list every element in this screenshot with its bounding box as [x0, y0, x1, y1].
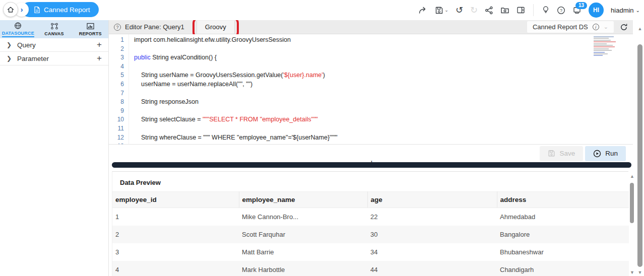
- topbar-divider: [533, 4, 534, 16]
- tab-datasource[interactable]: DATASOURCE: [0, 22, 36, 37]
- pane-help-icon[interactable]: ?: [114, 24, 121, 31]
- reports-icon: [86, 22, 95, 30]
- share-forward-icon: [418, 6, 428, 15]
- save-button-topbar[interactable]: ⌄: [435, 6, 448, 15]
- tab-canvas-label: CANVAS: [44, 31, 64, 36]
- preview-scrollbar[interactable]: ▲ ▼: [629, 174, 635, 275]
- canvas-icon: [50, 22, 59, 30]
- share-forward-button[interactable]: [418, 6, 428, 15]
- query-section-label: Query: [17, 41, 36, 49]
- splitter-grip-icon: +: [370, 160, 373, 165]
- table-cell: 34: [367, 243, 497, 261]
- breadcrumb: › Canned Report: [3, 2, 99, 17]
- run-button[interactable]: Run: [585, 146, 626, 161]
- info-icon[interactable]: i: [593, 24, 599, 30]
- page-scrollbar[interactable]: ▲ ▼: [636, 20, 644, 276]
- scroll-down-icon[interactable]: ▼: [629, 270, 635, 275]
- top-bar: › Canned Report ⌄ ↺: [0, 0, 644, 20]
- table-cell: Chandigarh: [497, 261, 629, 276]
- code-line: import com.helicalinsight.efw.utility.Gr…: [134, 36, 633, 45]
- save-button-label: Save: [559, 150, 575, 157]
- table-cell: 44: [367, 261, 497, 276]
- folder-preview-button[interactable]: [500, 6, 509, 14]
- user-menu[interactable]: hiadmin ⌄: [611, 7, 640, 14]
- sidebar-tab-bar: DATASOURCE CANVAS REPORTS: [0, 20, 108, 38]
- save-button[interactable]: Save: [540, 146, 583, 161]
- table-cell: 2: [112, 226, 239, 243]
- code-line: [134, 142, 633, 145]
- code-line: [134, 124, 633, 133]
- table-row: 3Matt Barrie34Bhubaneshwar: [112, 243, 629, 261]
- breadcrumb-report-pill[interactable]: Canned Report: [22, 2, 99, 17]
- column-header: employee_name: [239, 192, 367, 208]
- table-row: 1Mike Cannon-Bro...22Ahmedabad: [112, 208, 629, 226]
- code-line: String responseJson: [134, 98, 633, 107]
- home-button[interactable]: [3, 2, 18, 17]
- topbar-actions: ⌄ ↺ ↻: [418, 0, 640, 20]
- data-preview-panel: Data Preview employee_idemployee_nameage…: [112, 171, 628, 276]
- table-cell: 4: [112, 261, 239, 276]
- undo-button[interactable]: ↺: [456, 6, 463, 15]
- redo-icon: ↻: [470, 6, 478, 15]
- table-cell: 3: [112, 243, 239, 261]
- notifications-button[interactable]: 13: [572, 6, 582, 15]
- code-gutter: 12345678910111213: [109, 34, 129, 144]
- tab-canvas[interactable]: CANVAS: [36, 22, 73, 36]
- add-query-button[interactable]: +: [97, 40, 102, 50]
- help-icon: ?: [557, 6, 565, 15]
- play-icon: [593, 150, 601, 158]
- datasource-selector[interactable]: Canned Report DS i ⌄: [527, 21, 614, 33]
- redo-button[interactable]: ↻: [470, 6, 478, 15]
- datasource-selector-label: Canned Report DS: [533, 23, 588, 31]
- save-dropdown-chevron-icon: ⌄: [444, 8, 448, 13]
- table-row: 2Scott Farquhar30Bangalore: [112, 226, 629, 243]
- save-icon: [548, 150, 555, 157]
- scroll-up-icon[interactable]: ▲: [636, 26, 644, 31]
- home-icon: [7, 6, 15, 14]
- user-avatar[interactable]: HI: [589, 3, 604, 18]
- avatar-initials: HI: [589, 3, 604, 18]
- share-button[interactable]: [485, 6, 493, 15]
- add-parameter-button[interactable]: +: [97, 53, 102, 63]
- code-editor[interactable]: 12345678910111213 import com.helicalinsi…: [109, 34, 633, 145]
- share-icon: [485, 6, 493, 15]
- user-menu-chevron-icon: ⌄: [636, 8, 640, 13]
- username-label: hiadmin: [611, 7, 634, 14]
- lightbulb-icon: [542, 6, 550, 15]
- scroll-down-icon[interactable]: ▼: [636, 270, 644, 275]
- editor-header-right: Canned Report DS i ⌄: [527, 21, 633, 33]
- code-line: public String evalCondition() {: [134, 53, 633, 62]
- column-header: age: [367, 192, 497, 208]
- sidebar-section-query[interactable]: ❯ Query +: [0, 38, 108, 52]
- code-line: userName = userName.replaceAll('"', ""): [134, 80, 633, 89]
- data-preview-title: Data Preview: [112, 172, 628, 191]
- preview-scrollbar-thumb[interactable]: [630, 183, 634, 223]
- column-header: employee_id: [112, 192, 239, 208]
- tips-button[interactable]: [542, 6, 550, 15]
- groovy-mode-button[interactable]: Groovy: [197, 21, 235, 34]
- code-lines: import com.helicalinsight.efw.utility.Gr…: [129, 34, 633, 144]
- pane-splitter[interactable]: +: [112, 162, 631, 168]
- editor-region: C. ✕ Canned r... ✕ + ? Editor Pane: Quer…: [109, 0, 636, 276]
- tab-reports[interactable]: REPORTS: [72, 22, 108, 36]
- code-line: String selectClause = """SELECT * FROM "…: [134, 115, 633, 124]
- parameter-section-label: Parameter: [17, 55, 49, 62]
- chevron-right-icon: ❯: [7, 55, 12, 62]
- table-cell: Bangalore: [497, 226, 629, 243]
- panel-toggle-button[interactable]: [517, 6, 525, 14]
- sidebar-section-parameter[interactable]: ❯ Parameter +: [0, 52, 108, 65]
- help-button[interactable]: ?: [557, 6, 565, 15]
- code-minimap: [594, 36, 618, 58]
- undo-icon: ↺: [456, 6, 463, 15]
- table-cell: Mark Harbottle: [239, 261, 367, 276]
- page-scrollbar-thumb[interactable]: [637, 44, 642, 267]
- svg-text:?: ?: [560, 8, 562, 13]
- refresh-button[interactable]: [620, 23, 628, 31]
- column-header: address: [497, 192, 629, 208]
- code-line: String userName = GroovyUsersSession.get…: [134, 71, 633, 80]
- preview-header-row: employee_idemployee_nameageaddress: [112, 192, 629, 208]
- scroll-up-icon[interactable]: ▲: [629, 174, 635, 179]
- table-cell: 1: [112, 208, 239, 226]
- tab-reports-label: REPORTS: [79, 31, 102, 36]
- groovy-mode-wrap: Groovy: [197, 21, 235, 34]
